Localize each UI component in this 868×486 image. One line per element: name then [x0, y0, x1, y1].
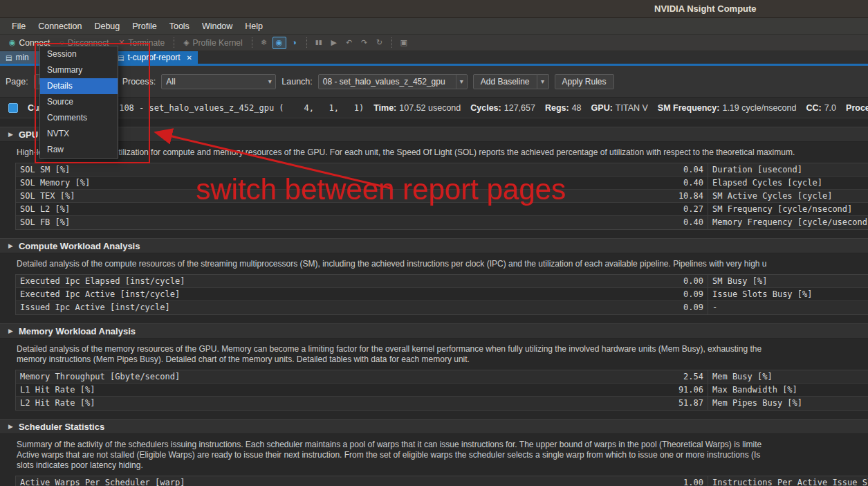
expand-triangle-icon: ▶ [8, 423, 13, 430]
section-header-memory-workload[interactable]: ▶ Memory Workload Analysis [0, 323, 868, 339]
metric-value: 0.40 [625, 177, 708, 189]
step-forward-button[interactable]: ↷ [358, 37, 371, 49]
add-baseline-menu-button[interactable]: ▾ [537, 74, 549, 89]
menu-option-nvtx[interactable]: NVTX [40, 126, 118, 142]
metric-table-compute: Executed Ipc Elapsed [inst/cycle] 0.00 S… [15, 274, 868, 315]
menu-tools[interactable]: Tools [163, 21, 196, 31]
section-header-compute-workload[interactable]: ▶ Compute Workload Analysis [0, 238, 868, 253]
document-icon: ▤ [118, 54, 124, 62]
freeze-api-button[interactable]: ❄ [257, 37, 271, 49]
terminate-button[interactable]: ✕ Terminate [113, 37, 169, 49]
toolbar-separator [391, 37, 392, 48]
section-description: Detailed analysis of the compute resourc… [0, 253, 868, 274]
page-toolbar: Page: Details ▾ Process: All ▾ Launch: 0… [0, 66, 868, 98]
auto-profile-button[interactable]: ◑ [288, 37, 302, 49]
cycles-stat: Cycles: 127,657 [470, 103, 535, 113]
chevron-down-icon: ▾ [541, 78, 544, 85]
menu-window[interactable]: Window [196, 21, 239, 31]
kernel-name: 108 - set_halo_values_z_452_gpu ( 4, 1, … [119, 103, 364, 113]
step-back-button[interactable]: ↶ [342, 37, 356, 49]
process-select[interactable]: All ▾ [161, 74, 276, 89]
table-row: Executed Ipc Active [inst/cycle] 0.09 Is… [16, 288, 868, 301]
table-row: SOL TEX [%] 10.84 SM Active Cycles [cycl… [16, 190, 868, 203]
add-baseline-button[interactable]: Add Baseline [473, 74, 537, 89]
toolbar-separator [306, 37, 307, 48]
report-details-page: ▶ GPU Speed Of Light High-level overview… [0, 127, 868, 486]
section-header-gpu-speed-of-light[interactable]: ▶ GPU Speed Of Light [0, 127, 868, 142]
metric-value: 0.04 [625, 163, 708, 176]
table-row: Issued Ipc Active [inst/cycle] 0.09 - [16, 301, 868, 314]
toolbar-separator [252, 37, 252, 48]
menu-option-details[interactable]: Details [40, 78, 118, 94]
table-row: SOL FB [%] 0.40 Memory Frequency [cycle/… [16, 216, 868, 229]
metric-name: L2 Hit Rate [%] [16, 397, 625, 410]
page-label: Page: [6, 77, 28, 87]
section-title: Memory Workload Analysis [19, 326, 136, 336]
api-capture-icon: ◉ [276, 39, 283, 46]
section-description: High-level overview of the utilization f… [0, 142, 868, 163]
table-row: SOL SM [%] 0.04 Duration [usecond] [16, 163, 868, 177]
table-row: SOL L2 [%] 0.27 SM Frequency [cycle/nsec… [16, 203, 868, 216]
menu-profile[interactable]: Profile [126, 21, 163, 31]
profile-kernel-button[interactable]: ◈ Profile Kernel [178, 37, 248, 49]
result-checkbox[interactable] [8, 103, 18, 113]
metric-value: 0.40 [625, 216, 708, 229]
add-baseline-split-button: Add Baseline ▾ [473, 74, 549, 89]
apply-rules-button[interactable]: Apply Rules [555, 74, 614, 89]
metric-value: 0.27 [625, 203, 708, 215]
metric-table-scheduler: Active Warps Per Scheduler [warp] 1.00 I… [15, 476, 868, 486]
toolbar: ◉ Connect ◌ Disconnect ✕ Terminate ◈ Pro… [0, 35, 868, 51]
metric-name: Executed Ipc Active [inst/cycle] [16, 288, 625, 300]
gpu-stat: GPU: TITAN V [591, 103, 648, 113]
menu-option-session[interactable]: Session [40, 46, 118, 62]
metric-value: 0.09 [625, 288, 708, 300]
pause-button[interactable]: ▮▮ [312, 37, 326, 49]
resume-button[interactable]: ▶ [327, 37, 341, 49]
expand-triangle-icon: ▶ [8, 242, 13, 249]
launch-select[interactable]: 08 - set_halo_values_z_452_gpu ▾ [318, 74, 468, 89]
toolbar-separator [174, 37, 174, 48]
chevron-down-icon: ▾ [264, 78, 275, 85]
window-titlebar: NVIDIA Nsight Compute [0, 0, 868, 18]
metric-name-2: SM Active Cycles [cycle] [708, 190, 868, 202]
metric-name: Memory Throughput [Gbyte/second] [16, 370, 625, 383]
section-header-scheduler-statistics[interactable]: ▶ Scheduler Statistics [0, 419, 868, 434]
section-description: Detailed analysis of the memory resource… [0, 339, 868, 370]
menu-option-raw[interactable]: Raw [40, 142, 118, 158]
menu-debug[interactable]: Debug [88, 21, 126, 31]
process-stat: Process: [846, 103, 868, 113]
window-title: NVIDIA Nsight Compute [654, 3, 757, 14]
launch-select-value: 08 - set_halo_values_z_452_gpu [319, 77, 456, 87]
next-trigger-button[interactable]: ▣ [397, 37, 411, 49]
table-row: Memory Throughput [Gbyte/second] 2.54 Me… [16, 370, 868, 384]
next-trigger-icon: ▣ [400, 39, 407, 46]
table-row: L2 Hit Rate [%] 51.87 Mem Pipes Busy [%] [16, 397, 868, 410]
metric-value: 0.00 [625, 275, 708, 287]
menu-file[interactable]: File [6, 21, 32, 31]
menu-connection[interactable]: Connection [32, 21, 88, 31]
auto-profile-icon: ◑ [292, 39, 297, 46]
menu-option-comments[interactable]: Comments [40, 110, 118, 126]
metric-name: SOL Memory [%] [16, 177, 625, 189]
close-tab-icon[interactable]: ✕ [186, 54, 192, 62]
regs-stat: Regs: 48 [545, 103, 582, 113]
menu-help[interactable]: Help [239, 21, 269, 31]
process-select-value: All [162, 77, 264, 87]
api-capture-button[interactable]: ◉ [273, 37, 286, 49]
profile-kernel-label: Profile Kernel [193, 38, 243, 48]
apply-rules-label: Apply Rules [562, 77, 607, 87]
tab-cuprof-report[interactable]: ▤ t-cuprof-report ✕ [112, 51, 198, 64]
time-stat: Time: 107.52 usecond [373, 103, 461, 113]
metric-table-sol: SOL SM [%] 0.04 Duration [usecond] SOL M… [15, 163, 868, 230]
document-tab-bar: ▤ min ▤ t-cuprof-report ✕ [0, 51, 868, 66]
menu-option-summary[interactable]: Summary [40, 62, 118, 78]
metric-value: 91.06 [625, 384, 708, 396]
menu-option-source[interactable]: Source [40, 94, 118, 110]
metric-name-2: Issue Slots Busy [%] [708, 288, 868, 300]
tab-label: min [15, 53, 28, 62]
metric-table-memory: Memory Throughput [Gbyte/second] 2.54 Me… [15, 370, 868, 411]
result-summary-bar: Current 108 - set_halo_values_z_452_gpu … [0, 98, 868, 118]
step-out-button[interactable]: ↻ [373, 37, 387, 49]
metric-name: Active Warps Per Scheduler [warp] [16, 476, 625, 486]
metric-name: SOL L2 [%] [16, 203, 625, 215]
